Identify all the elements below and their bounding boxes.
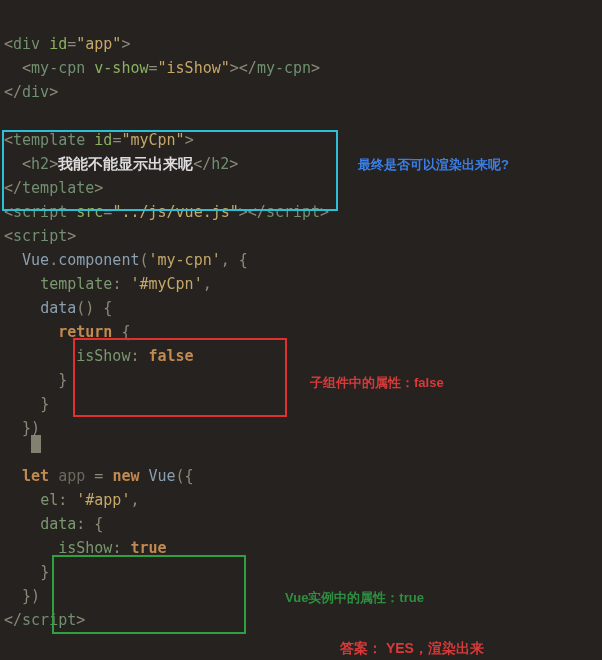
annotation-vue-prop: Vue实例中的属性：true	[285, 588, 424, 609]
annotation-question: 最终是否可以渲染出来呢?	[358, 155, 509, 176]
text-cursor	[31, 435, 41, 453]
code-block: <div id="app"> <my-cpn v-show="isShow"><…	[0, 0, 602, 640]
annotation-child-prop: 子组件中的属性：false	[310, 373, 444, 394]
annotation-answer: 答案： YES，渲染出来	[340, 637, 484, 659]
